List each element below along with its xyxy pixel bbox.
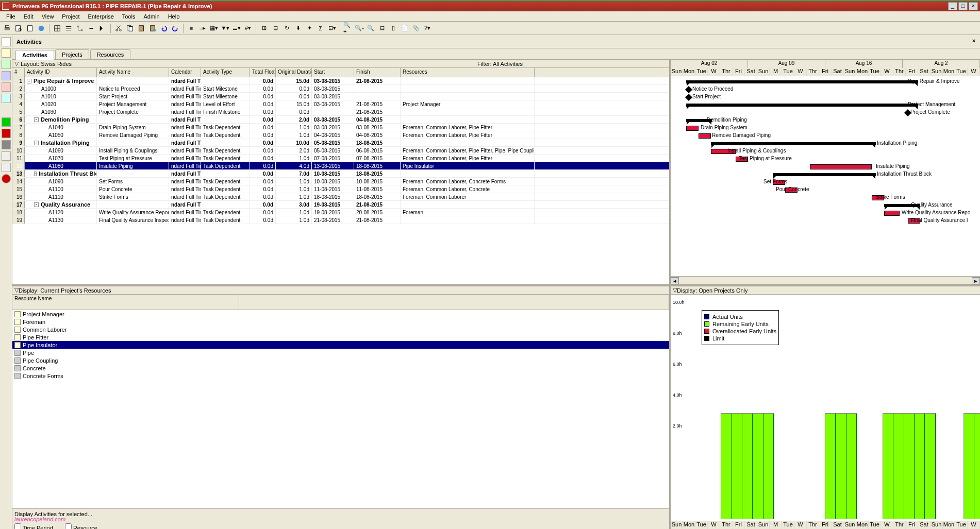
- res-column-header-2[interactable]: [239, 295, 669, 310]
- split-icon[interactable]: ⊟: [377, 23, 387, 33]
- summarize-icon[interactable]: Σ: [315, 23, 326, 33]
- column-header-res[interactable]: Resources: [401, 68, 535, 77]
- level-icon[interactable]: ⊟: [270, 23, 280, 33]
- resource-item[interactable]: Pipe Coupling: [12, 356, 669, 364]
- store-icon[interactable]: ⬇: [293, 23, 303, 33]
- page-icon[interactable]: [25, 23, 35, 33]
- lt-lock-icon[interactable]: [2, 174, 11, 183]
- table-row[interactable]: 10A1060Install Piping & Couplingsndard F…: [12, 147, 669, 155]
- gantt-bar[interactable]: [773, 173, 876, 176]
- column-header-finish[interactable]: Finish: [354, 68, 401, 77]
- filter-label[interactable]: Filter: All Activities: [477, 61, 523, 67]
- lt-tracking-icon[interactable]: [2, 94, 11, 103]
- note-icon[interactable]: 📄: [400, 23, 410, 33]
- gantt-scrollbar[interactable]: ◂ ▸: [671, 276, 980, 284]
- gantt-bar[interactable]: [810, 164, 872, 169]
- table-row[interactable]: 11A1070Test Piping at Pressurendard Full…: [12, 155, 669, 162]
- copy-icon[interactable]: [125, 23, 135, 33]
- hash-icon[interactable]: #▾: [243, 23, 253, 33]
- print-icon[interactable]: [2, 23, 12, 33]
- menu-enterprise[interactable]: Enterprise: [84, 12, 118, 21]
- lt-down-icon[interactable]: [2, 163, 11, 172]
- zoomfit-icon[interactable]: 🔍: [366, 23, 376, 33]
- menu-help[interactable]: Help: [164, 12, 184, 21]
- zoomin-icon[interactable]: 🔍+: [343, 23, 353, 33]
- indent-left-icon[interactable]: ≡: [186, 23, 196, 33]
- lt-reports-icon[interactable]: [2, 82, 11, 92]
- group-icon[interactable]: ☰▾: [231, 23, 242, 33]
- help-icon[interactable]: ?▾: [422, 23, 433, 33]
- chart-display-label[interactable]: Display: Open Projects Only: [677, 287, 748, 294]
- redo-icon[interactable]: [170, 23, 180, 33]
- view-close-icon[interactable]: ×: [970, 38, 978, 46]
- minimize-button[interactable]: _: [948, 2, 957, 10]
- lt-projects-icon[interactable]: [2, 37, 11, 46]
- lt-resources-icon[interactable]: [2, 71, 11, 80]
- table-row[interactable]: 9-Installation Pipingndard Full Time0.0d…: [12, 139, 669, 147]
- list-icon[interactable]: [63, 23, 74, 33]
- table-row[interactable]: 17-Quality Assurancendard Full Time0.0d3…: [12, 201, 669, 209]
- resource-item[interactable]: Foreman: [12, 318, 669, 326]
- grid-icon[interactable]: [52, 23, 62, 33]
- column-header-dur[interactable]: Original Duration: [276, 68, 312, 77]
- collapse-icon[interactable]: -: [27, 79, 31, 83]
- tree-icon[interactable]: [75, 23, 85, 33]
- table-row[interactable]: 3A1010Start Projectndard Full TimeStart …: [12, 93, 669, 100]
- cut-icon[interactable]: [113, 23, 124, 33]
- chart-display-dropdown-icon[interactable]: ▽: [673, 287, 677, 294]
- lt-up-icon[interactable]: [2, 151, 11, 161]
- table-row[interactable]: 4A1020Project Managementndard Full TimeL…: [12, 100, 669, 108]
- lt-wbs-icon[interactable]: [2, 48, 11, 58]
- menu-tools[interactable]: Tools: [118, 12, 140, 21]
- resource-list[interactable]: Project ManagerForemanCommon LaborerPipe…: [12, 310, 669, 508]
- res-column-header[interactable]: Resource Name: [12, 295, 239, 310]
- filter-icon[interactable]: ▼▾: [220, 23, 230, 33]
- publish-icon[interactable]: [36, 23, 46, 33]
- tab-activities[interactable]: Activities: [15, 50, 54, 60]
- collapse-icon[interactable]: -: [34, 117, 39, 122]
- column-header-type[interactable]: Activity Type: [201, 68, 250, 77]
- lt-activities-icon[interactable]: [2, 60, 11, 69]
- gantt-bar[interactable]: [884, 211, 900, 216]
- close-button[interactable]: ×: [969, 2, 978, 10]
- collapse-icon[interactable]: -: [34, 141, 39, 145]
- gantt-bar[interactable]: [686, 126, 699, 131]
- recalc-icon[interactable]: ↻: [281, 23, 292, 33]
- res-display-label[interactable]: Display: Current Project's Resources: [19, 287, 111, 294]
- menu-view[interactable]: View: [38, 12, 58, 21]
- lt-dissolve-icon[interactable]: [2, 140, 11, 149]
- gantt-bar[interactable]: [711, 142, 876, 145]
- tab-resources[interactable]: Resources: [90, 49, 131, 59]
- gantt-bar[interactable]: [685, 94, 692, 101]
- table-row[interactable]: 1-Pipe Repair & Improvendard Full Time0.…: [12, 77, 669, 85]
- table-row[interactable]: 8A1050Remove Damaged Pipingndard Full Ti…: [12, 131, 669, 139]
- column-header-id[interactable]: Activity ID: [25, 68, 97, 77]
- arrow-icon[interactable]: [97, 23, 108, 33]
- resource-item[interactable]: Pipe Insulator: [12, 341, 669, 349]
- preview-icon[interactable]: [13, 23, 24, 33]
- resource-item[interactable]: Pipe: [12, 349, 669, 356]
- tab-projects[interactable]: Projects: [55, 49, 89, 59]
- scroll-right-icon[interactable]: ▸: [972, 277, 980, 284]
- table-row[interactable]: 19A1130Final Quality Assurance Inspectio…: [12, 216, 669, 224]
- collapse-icon[interactable]: -: [34, 202, 39, 207]
- maximize-button[interactable]: □: [958, 2, 968, 10]
- zoomout-icon[interactable]: 🔍-: [354, 23, 364, 33]
- table-row[interactable]: 5A1030Project Completendard Full TimeFin…: [12, 108, 669, 116]
- column-header-start[interactable]: Start: [312, 68, 354, 77]
- progress-icon[interactable]: ✦: [304, 23, 314, 33]
- table-row[interactable]: 16A1110Strike Formsndard Full TimeTask D…: [12, 193, 669, 201]
- time-period-checkbox[interactable]: Time Period: [14, 525, 53, 529]
- paste-special-icon[interactable]: [147, 23, 158, 33]
- link-icon[interactable]: [86, 23, 96, 33]
- column-header-cal[interactable]: Calendar: [169, 68, 201, 77]
- columns-icon[interactable]: ▦▾: [209, 23, 219, 33]
- schedule-icon[interactable]: ⊞: [259, 23, 269, 33]
- paste-icon[interactable]: [136, 23, 146, 33]
- menu-edit[interactable]: Edit: [20, 12, 38, 21]
- histogram-chart[interactable]: Actual UnitsRemaining Early UnitsOverall…: [671, 295, 980, 521]
- column-header-num[interactable]: #: [12, 68, 25, 77]
- column-header-float[interactable]: Total Float: [250, 68, 276, 77]
- gantt-bar[interactable]: [685, 86, 692, 93]
- layout-dropdown-icon[interactable]: ▽: [14, 60, 19, 67]
